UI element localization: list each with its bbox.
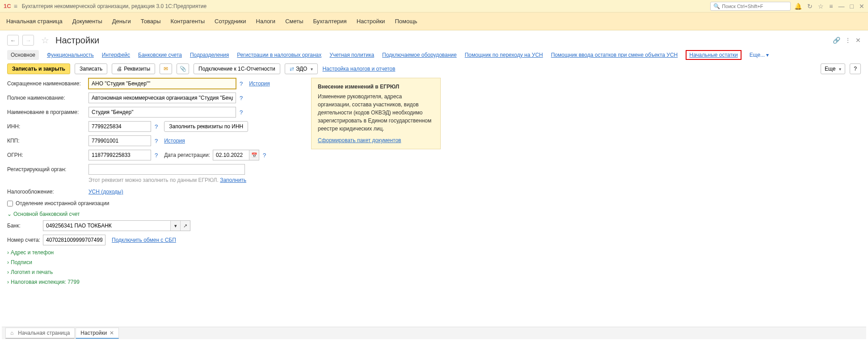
menu-help[interactable]: Помощь [395, 18, 417, 25]
search-input[interactable] [722, 4, 788, 9]
tab-usn-helper[interactable]: Помощник по переходу на УСН [465, 52, 543, 58]
page-title: Настройки [55, 35, 829, 46]
dropdown-icon[interactable]: ▾ [170, 221, 180, 231]
section-logo[interactable]: Логотип и печать [7, 269, 293, 275]
history-icon[interactable]: ↻ [807, 3, 813, 10]
maximize-icon[interactable]: □ [850, 3, 854, 10]
menu-start[interactable]: Начальная страница [6, 18, 63, 25]
star-icon[interactable]: ☆ [818, 3, 824, 10]
account-label: Номер счета: [7, 237, 43, 243]
reg-organ-input[interactable] [88, 164, 245, 175]
open-icon[interactable]: ↗ [180, 221, 190, 231]
ogrn-label: ОГРН: [7, 152, 88, 158]
hamburger-icon[interactable]: ≡ [14, 3, 17, 10]
app-logo: 1C [4, 3, 11, 9]
help-icon[interactable]: ? [263, 152, 266, 159]
attach-button[interactable]: 📎 [177, 63, 189, 74]
sbp-link[interactable]: Подключить обмен с СБП [112, 237, 176, 243]
menu-money[interactable]: Деньги [112, 18, 131, 25]
section-signatures[interactable]: Подписи [7, 259, 293, 265]
tab-functionality[interactable]: Функциональность [47, 52, 94, 58]
help-icon[interactable]: ? [155, 152, 158, 159]
tab-balances-helper[interactable]: Помощник ввода остатков при смене объект… [551, 52, 678, 58]
bank-select[interactable]: ▾ ↗ [43, 220, 190, 231]
search-box[interactable]: 🔍 [710, 2, 791, 11]
section-bank[interactable]: Основной банковский счет [7, 211, 293, 217]
calendar-icon[interactable]: 📅 [249, 150, 259, 160]
tab-interface[interactable]: Интерфейс [102, 52, 130, 58]
kpp-history-link[interactable]: История [164, 138, 185, 144]
foreign-checkbox[interactable] [7, 201, 13, 206]
help-icon[interactable]: ? [240, 109, 243, 116]
menu-goods[interactable]: Товары [141, 18, 161, 25]
tab-initial-balances[interactable]: Начальные остатки [686, 50, 741, 60]
edo-button[interactable]: ⇄ЭДО [285, 63, 318, 74]
fill-by-inn-button[interactable]: Заполнить реквизиты по ИНН [164, 121, 248, 132]
tax-setup-link[interactable]: Настройка налогов и отчетов [322, 66, 395, 72]
window-close-icon[interactable]: ✕ [855, 37, 861, 44]
tab-bank-accounts[interactable]: Банковские счета [138, 52, 182, 58]
egrul-text: Изменение руководителя, адреса организац… [318, 93, 434, 133]
menu-counterparties[interactable]: Контрагенты [171, 18, 205, 25]
print-icon: 🖨 [117, 66, 122, 72]
prog-name-input[interactable] [88, 107, 236, 118]
menu-employees[interactable]: Сотрудники [215, 18, 246, 25]
tab-main[interactable]: Основное [7, 50, 39, 60]
help-button[interactable]: ? [850, 63, 861, 74]
nav-forward-button[interactable]: → [22, 35, 34, 46]
fill-link[interactable]: Заполнить [220, 177, 246, 183]
save-close-button[interactable]: Записать и закрыть [7, 63, 70, 74]
help-icon[interactable]: ? [155, 138, 158, 144]
kpp-input[interactable] [88, 135, 151, 146]
help-icon[interactable]: ? [240, 80, 243, 87]
egrul-form-docs-link[interactable]: Сформировать пакет документов [318, 136, 401, 144]
favorite-icon[interactable]: ☆ [41, 35, 49, 46]
save-button[interactable]: Записать [75, 63, 107, 74]
help-icon[interactable]: ? [155, 123, 158, 130]
menu-docs[interactable]: Документы [72, 18, 102, 25]
short-name-label: Сокращенное наименование: [7, 80, 88, 87]
menu-estimates[interactable]: Сметы [285, 18, 303, 25]
menu-accounting[interactable]: Бухгалтерия [313, 18, 347, 25]
bottom-tab-home[interactable]: ⌂ Начальная страница [5, 328, 75, 339]
full-name-input[interactable] [88, 93, 236, 103]
tabs-more[interactable]: Еще... ▾ [750, 52, 769, 58]
home-icon: ⌂ [10, 330, 13, 336]
requisites-button[interactable]: 🖨Реквизиты [112, 63, 155, 74]
menu-taxes[interactable]: Налоги [256, 18, 276, 25]
close-icon[interactable]: ✕ [859, 3, 864, 10]
kebab-icon[interactable]: ⋮ [845, 37, 851, 44]
filter-icon[interactable]: ≡ [829, 3, 833, 10]
bell-icon[interactable]: 🔔 [794, 3, 802, 10]
tax-value-link[interactable]: УСН (доходы) [88, 189, 123, 195]
help-icon[interactable]: ? [240, 95, 243, 101]
section-tax-inspection[interactable]: Налоговая инспекция: 7799 [7, 279, 293, 285]
minimize-icon[interactable]: — [839, 3, 845, 10]
bottom-tab-settings[interactable]: Настройки ✕ [76, 328, 119, 339]
egrul-info-panel: Внесение изменений в ЕГРЮЛ Изменение рук… [311, 78, 441, 149]
foreign-checkbox-label: Отделение иностранной организации [16, 200, 109, 206]
tab-tax-reg[interactable]: Регистрации в налоговых органах [237, 52, 321, 58]
inn-input[interactable] [88, 121, 151, 132]
more-button[interactable]: Еще [821, 63, 845, 74]
tab-departments[interactable]: Подразделения [190, 52, 229, 58]
nav-back-button[interactable]: ← [7, 35, 19, 46]
ogrn-input[interactable] [88, 150, 151, 160]
short-name-input[interactable] [88, 78, 236, 89]
link-icon[interactable]: 🔗 [833, 37, 840, 44]
reg-date-field[interactable]: 📅 [213, 150, 259, 160]
tab-close-icon[interactable]: ✕ [110, 330, 114, 336]
tab-equipment[interactable]: Подключаемое оборудование [382, 52, 457, 58]
history-link[interactable]: История [249, 80, 270, 87]
titlebar: 1C ≡ Бухгалтерия некоммерческой организа… [0, 0, 868, 13]
reg-hint: Этот реквизит можно заполнить по данным … [88, 177, 293, 183]
tab-accounting-policy[interactable]: Учетная политика [329, 52, 374, 58]
section-address[interactable]: Адрес и телефон [7, 249, 293, 256]
full-name-label: Полное наименование: [7, 95, 88, 101]
account-input[interactable] [43, 235, 105, 245]
bank-input[interactable] [43, 221, 170, 231]
reg-date-input[interactable] [213, 152, 249, 158]
menu-settings[interactable]: Настройки [357, 18, 385, 25]
mail-button[interactable]: ✉ [160, 63, 172, 74]
connect-reporting-button[interactable]: Подключение к 1С-Отчетности [194, 63, 280, 74]
